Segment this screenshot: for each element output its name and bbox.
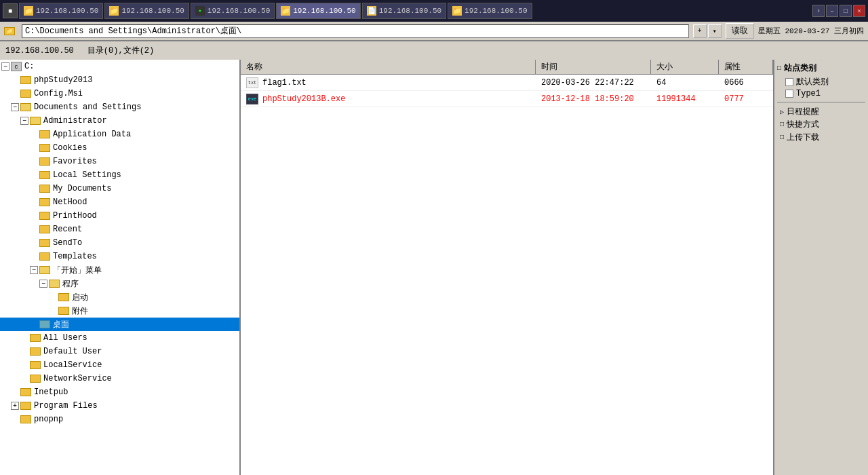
tab-2[interactable]: 📁 192.168.100.50 [104,3,189,19]
tree-item-startmenu[interactable]: − 「开始」菜单 [0,263,239,277]
shortcut-item[interactable]: □ 快捷方式 [777,118,865,131]
tree-item-inetpub[interactable]: Inetpub [0,385,239,399]
expand-startmenu[interactable]: − [30,266,38,274]
tree-label-desktop: 桌面 [53,319,69,330]
tab-5[interactable]: 📄 192.168.100.50 [362,3,446,19]
expand-docs[interactable]: − [11,103,19,111]
tree-item-appdata[interactable]: Application Data [0,128,239,141]
file-name-phpstudy: exe phpStudy2013B.exe [241,91,536,107]
address-path-input[interactable]: C:\Documents and Settings\Administrator\… [22,24,689,38]
tab-1-label: 192.168.100.50 [36,7,98,15]
tab-3[interactable]: ▪ 192.168.100.50 [191,3,275,19]
file-name-flag1: txt flag1.txt [241,75,536,90]
file-row-flag1[interactable]: txt flag1.txt 2020-03-26 22:47:22 64 066… [241,75,773,91]
col-header-attr[interactable]: 属性 [719,60,773,74]
tree-item-cookies[interactable]: Cookies [0,141,239,155]
tree-item-fujian[interactable]: 附件 [0,304,239,318]
folder-icon-localservice [30,361,41,369]
col-header-name[interactable]: 名称 [241,60,536,74]
read-button[interactable]: 读取 [726,23,754,39]
default-category-item[interactable]: 默认类别 [777,75,865,88]
folder-icon-proproxy [20,415,31,423]
tree-item-favorites[interactable]: Favorites [0,155,239,168]
tree-label-c-drive: C: [24,62,34,71]
tab-1-icon: 📁 [24,6,33,16]
expand-progfiles[interactable]: + [11,402,19,410]
close-button[interactable]: ✕ [853,5,865,17]
folder-icon-cookies [39,144,50,152]
folder-icon-desktop [39,320,50,328]
tree-label-sendto: SendTo [53,238,82,248]
expand-admin[interactable]: − [20,117,28,125]
dropdown-button[interactable]: ▾ [708,24,722,38]
tree-item-desktop[interactable]: 桌面 [0,318,239,331]
tree-item-printhood[interactable]: PrintHood [0,209,239,223]
shortcut-expand-icon: □ [780,121,784,128]
tree-item-mydocs[interactable]: My Documents [0,182,239,195]
tab-3-label: 192.168.100.50 [208,7,270,15]
tab-6-icon: 📁 [452,6,462,16]
tree-item-localservice[interactable]: LocalService [0,358,239,372]
tree-label-progfiles: Program Files [34,401,98,411]
tree-label-defaultuser: Default User [43,347,102,356]
folder-icon-inetpub [20,388,31,396]
tab-4[interactable]: 📁 192.168.100.50 [276,3,360,19]
folder-icon-chengxu [49,280,60,288]
file-list-header: 名称 时间 大小 属性 [241,60,773,75]
file-row-phpstudy[interactable]: exe phpStudy2013B.exe 2013-12-18 18:59:2… [241,91,773,107]
folder-icon-startmenu [39,266,50,274]
tree-item-phpstudy[interactable]: phpStudy2013 [0,73,239,87]
file-icon-exe: exe [246,94,258,104]
file-time-flag1: 2020-03-26 22:47:22 [536,75,651,90]
window-controls: › – □ ✕ [812,5,865,17]
minimize-button[interactable]: – [826,5,838,17]
address-bar: 📁 C:\Documents and Settings\Administrato… [0,22,868,41]
drive-icon: C [11,62,22,71]
tree-item-admin[interactable]: − Administrator [0,114,239,128]
site-category-expand-icon: □ [777,64,781,72]
expand-chengxu[interactable]: − [39,280,47,288]
schedule-expand-icon: ▷ [780,108,784,116]
col-header-size[interactable]: 大小 [651,60,719,74]
file-icon-txt: txt [246,77,258,88]
main-layout: − C C: phpStudy2013 Config.Msi − Documen… [0,60,868,475]
tree-item-sendto[interactable]: SendTo [0,236,239,250]
type1-checkbox[interactable] [785,90,793,98]
tree-item-templates[interactable]: Templates [0,250,239,263]
tree-item-configmsi[interactable]: Config.Msi [0,87,239,100]
site-category-section: □ 站点类别 默认类别 Type1 [777,62,865,99]
schedule-label: 日程提醒 [787,106,819,117]
tree-item-progfiles[interactable]: + Program Files [0,399,239,413]
tree-item-proproxy[interactable]: pnopnp [0,413,239,426]
filename-phpstudy: phpStudy2013B.exe [262,94,345,104]
tree-item-localsettings[interactable]: Local Settings [0,168,239,182]
tree-panel[interactable]: − C C: phpStudy2013 Config.Msi − Documen… [0,60,241,475]
tree-item-docs[interactable]: − Documents and Settings [0,100,239,114]
type1-item[interactable]: Type1 [777,88,865,99]
col-header-time[interactable]: 时间 [536,60,651,74]
folder-icon-phpstudy [20,76,31,84]
tree-label-proproxy: pnopnp [34,415,63,424]
default-category-checkbox[interactable] [785,78,793,86]
tree-item-networkservice[interactable]: NetworkService [0,372,239,385]
tab-1[interactable]: 📁 192.168.100.50 [19,3,103,19]
tab-3-icon: ▪ [195,6,205,16]
tree-item-nethood[interactable]: NetHood [0,195,239,209]
app-logo: ■ [3,3,18,18]
tree-label-startmenu: 「开始」菜单 [53,265,102,276]
tab-6[interactable]: 📁 192.168.100.50 [448,3,532,19]
file-count-display: 目录(0),文件(2) [87,45,154,56]
maximize-button[interactable]: □ [840,5,852,17]
tree-item-qidong[interactable]: 启动 [0,290,239,304]
more-tabs-button[interactable]: › [812,5,825,17]
schedule-item[interactable]: ▷ 日程提醒 [777,105,865,118]
tree-item-recent[interactable]: Recent [0,223,239,236]
file-size-flag1: 64 [651,75,719,90]
tree-item-allusers[interactable]: All Users [0,331,239,345]
expand-c-drive[interactable]: − [1,62,9,71]
upload-item[interactable]: □ 上传下载 [777,131,865,144]
tree-item-c-drive[interactable]: − C C: [0,60,239,73]
add-path-button[interactable]: + [693,24,707,38]
tree-item-defaultuser[interactable]: Default User [0,345,239,358]
tree-item-chengxu[interactable]: − 程序 [0,277,239,290]
